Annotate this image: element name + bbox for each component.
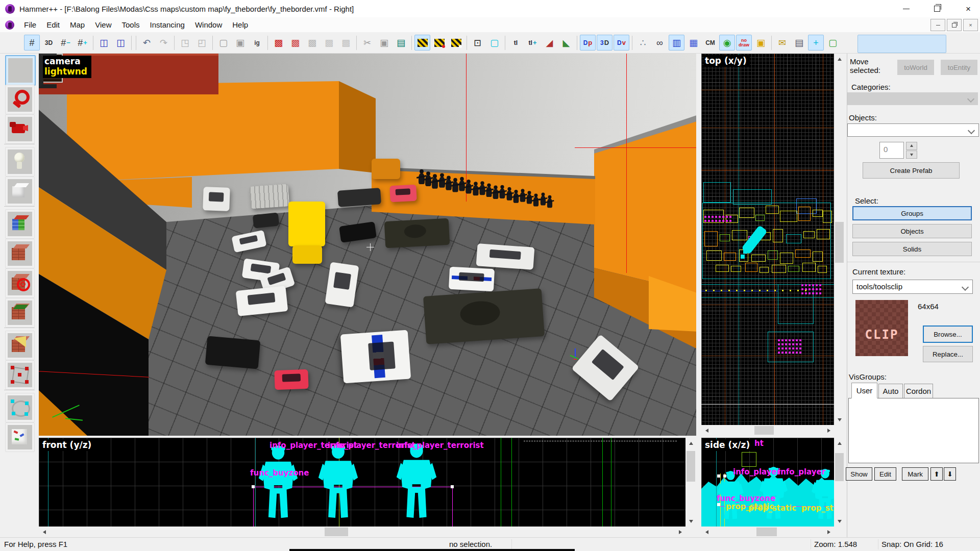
ungroup-button[interactable]: ▣ xyxy=(232,35,248,51)
align-to-face-button[interactable]: ◢ xyxy=(542,35,557,51)
browse-button[interactable]: Browse... xyxy=(923,325,973,343)
copy-button[interactable]: ▣ xyxy=(376,35,392,51)
menu-instancing[interactable]: Instancing xyxy=(145,18,190,31)
menu-map[interactable]: Map xyxy=(65,18,90,31)
select-inside-button[interactable]: ▢ xyxy=(486,35,502,51)
categories-dropdown[interactable] xyxy=(847,92,978,105)
apply-overlays-tool[interactable] xyxy=(5,298,35,328)
spinner-down-button[interactable] xyxy=(906,151,917,159)
larger-grid-button[interactable]: #+ xyxy=(75,35,90,51)
texture-application-tool[interactable] xyxy=(5,209,35,239)
run-map-button[interactable]: ✉ xyxy=(774,35,790,51)
spinner-up-button[interactable] xyxy=(906,142,917,150)
toggle-cordon-button[interactable] xyxy=(414,35,430,51)
visgroup-move-up-button[interactable]: ⬆ xyxy=(930,467,943,481)
side-viewport-vscrollbar[interactable] xyxy=(834,438,845,527)
smaller-grid-button[interactable]: #− xyxy=(58,35,74,51)
create-prefab-button[interactable]: Create Prefab xyxy=(863,162,960,179)
displacement-solid-mask-button[interactable]: Dv xyxy=(614,35,629,51)
sculpt-tool-button[interactable]: ▢ xyxy=(825,35,841,51)
texture-dropdown[interactable]: tools/toolsclip xyxy=(852,280,973,294)
load-window-state-button[interactable]: ◫ xyxy=(96,35,112,51)
apply-texture-cross-button[interactable]: + xyxy=(808,35,824,51)
restore-button[interactable] xyxy=(925,0,949,17)
screenshot-button[interactable]: ▤ xyxy=(791,35,807,51)
visgroup-mark-button[interactable]: Mark xyxy=(902,467,928,481)
quick-hide-unselected-button[interactable]: ▩ xyxy=(338,35,354,51)
align-to-world-button[interactable]: ◣ xyxy=(558,35,574,51)
side-viewport-hscrollbar[interactable] xyxy=(701,527,834,537)
select-objects-button[interactable]: Objects xyxy=(852,224,972,238)
menu-view[interactable]: View xyxy=(90,18,116,31)
mdi-restore-button[interactable] xyxy=(947,19,962,31)
undo-button[interactable]: ↶ xyxy=(139,35,155,51)
entity-tool[interactable] xyxy=(5,147,35,177)
apply-decals-tool[interactable] xyxy=(5,268,35,298)
texture-scale-lock-button[interactable]: tl+ xyxy=(525,35,541,51)
mdi-minimize-button[interactable] xyxy=(930,19,945,31)
menu-edit[interactable]: Edit xyxy=(41,18,65,31)
visgroups-tab-auto[interactable]: Auto xyxy=(878,384,903,398)
magnify-tool[interactable] xyxy=(5,85,35,114)
viewport-3d-camera[interactable]: camera lightwnd xyxy=(39,54,696,436)
toggle-helpers-button[interactable]: ∞ xyxy=(652,35,668,51)
toggle-radius-culling-button[interactable] xyxy=(448,35,464,51)
save-window-state-button[interactable]: ◫ xyxy=(113,35,129,51)
displacement-mask-button[interactable]: Dp xyxy=(580,35,596,51)
top-viewport-vscrollbar[interactable] xyxy=(834,54,845,425)
front-viewport-hscrollbar[interactable] xyxy=(39,527,685,537)
selection-tool[interactable] xyxy=(5,55,36,86)
vertex-tool[interactable] xyxy=(5,360,35,390)
menu-window[interactable]: Window xyxy=(190,18,227,31)
viewport-top-2d[interactable]: top (x/y) xyxy=(701,54,834,425)
model-render-distance-button[interactable]: ◉ xyxy=(719,35,735,51)
select-solids-button[interactable]: Solids xyxy=(852,242,972,256)
visgroup-edit-button[interactable]: Edit xyxy=(874,467,896,481)
make-hollow-button[interactable]: ◰ xyxy=(194,35,210,51)
menu-file[interactable]: File xyxy=(19,18,41,31)
active-mode-indicator[interactable] xyxy=(857,35,946,53)
prefab-count-field[interactable]: 0 xyxy=(879,142,904,159)
menu-tools[interactable]: Tools xyxy=(116,18,144,31)
detail-props-button[interactable]: ▦ xyxy=(685,35,701,51)
quick-hide-objects-button[interactable]: ▩ xyxy=(321,35,337,51)
toggle-nodraw-button[interactable]: nodraw xyxy=(736,35,752,51)
show-hidden-button[interactable]: ▩ xyxy=(304,35,320,51)
selection-handle[interactable] xyxy=(252,485,255,488)
to-world-button[interactable]: toWorld xyxy=(897,60,934,75)
front-viewport-vscrollbar[interactable] xyxy=(685,438,696,527)
scroll-thumb[interactable] xyxy=(687,451,695,482)
viewport-side-2d[interactable]: htinfo_playerinfo_playerfunc_buyzoneprop… xyxy=(701,438,834,527)
top-viewport-hscrollbar[interactable] xyxy=(701,425,834,436)
menu-help[interactable]: Help xyxy=(227,18,253,31)
scroll-thumb[interactable] xyxy=(756,528,777,536)
apply-current-texture-tool[interactable] xyxy=(5,239,35,268)
visgroup-show-button[interactable]: Show xyxy=(846,467,872,481)
redo-button[interactable]: ↷ xyxy=(156,35,172,51)
group-button[interactable]: ▢ xyxy=(215,35,231,51)
toggle-grid-button[interactable]: # xyxy=(24,35,40,51)
clipping-tool[interactable] xyxy=(5,331,35,360)
select-groups-button[interactable]: Groups xyxy=(852,206,972,220)
selection-handle[interactable] xyxy=(717,474,720,478)
morph-path-tool[interactable] xyxy=(5,393,35,422)
viewport-front-2d[interactable]: info_player_terroristinfo_player_terrori… xyxy=(39,438,685,527)
scroll-thumb[interactable] xyxy=(835,222,844,263)
replace-button[interactable]: Replace... xyxy=(923,346,973,362)
lightmap-grid-button[interactable]: ▣ xyxy=(753,35,769,51)
hide-selected-button[interactable]: ▩ xyxy=(271,35,286,51)
toggle-3d-grid-button[interactable]: 3D xyxy=(41,35,57,51)
cut-button[interactable]: ✂ xyxy=(359,35,375,51)
instancing-tool[interactable] xyxy=(5,422,35,452)
mdi-close-button[interactable]: × xyxy=(963,19,978,31)
scroll-thumb[interactable] xyxy=(325,528,348,536)
selection-handle[interactable] xyxy=(451,485,454,488)
entity-sprinkle-button[interactable]: ∴ xyxy=(635,35,651,51)
scroll-thumb[interactable] xyxy=(835,453,844,481)
camera-tool[interactable] xyxy=(5,114,35,144)
displacement-3d-view-button[interactable]: 3D xyxy=(597,35,612,51)
selection-handle[interactable] xyxy=(717,503,720,506)
select-touching-button[interactable]: ⊡ xyxy=(470,35,485,51)
visgroup-move-down-button[interactable]: ⬇ xyxy=(944,467,956,481)
collision-model-button[interactable]: CM xyxy=(702,35,718,51)
